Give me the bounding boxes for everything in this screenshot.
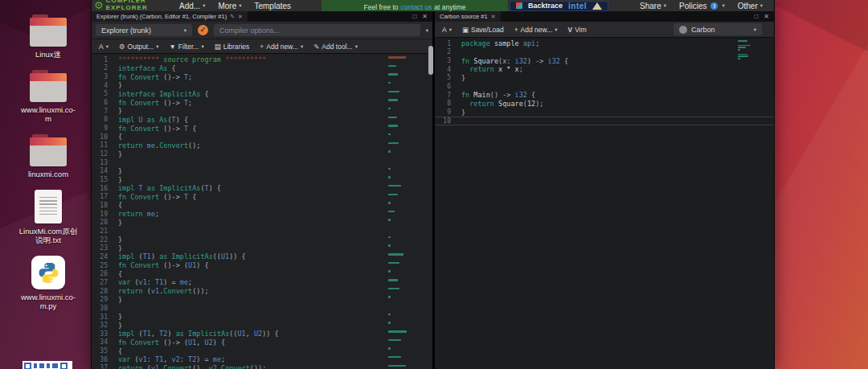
backtrace-logo-text: Backtrace (528, 2, 563, 10)
triangle-sponsor-logo-icon (592, 2, 602, 10)
desktop-icon-label: LinuxMi.com原创说明.txt (11, 227, 85, 244)
code-line: 2 (435, 48, 774, 57)
code-line: 37return (v1.Convert(), v2.Convert()); (92, 364, 432, 369)
pane-controls: □ ✕ (412, 11, 432, 22)
code-line: 24impl (T1) as ImplicitAs((U1)) { (92, 252, 432, 261)
vim-icon: V (568, 26, 573, 34)
close-icon[interactable]: ✕ (764, 13, 769, 20)
close-icon[interactable]: ✕ (422, 13, 428, 20)
add-tool-button[interactable]: ✎ Add tool...▾ (309, 43, 362, 51)
code-line: 19return me; (92, 210, 432, 219)
code-line: 8impl U as As(T) { (92, 116, 432, 125)
chevron-down-icon: ▾ (355, 43, 358, 50)
sponsor-logos[interactable]: Backtrace intel (510, 1, 608, 11)
code-line: 4} (92, 81, 432, 90)
chevron-down-icon: ▾ (449, 27, 452, 33)
filter-button[interactable]: ▼ Filter...▾ (164, 43, 208, 51)
intel-logo-text: intel (568, 2, 587, 10)
menu-templates[interactable]: Templates (248, 2, 297, 10)
code-line: 18{ (92, 201, 432, 210)
chevron-down-icon: ▾ (760, 2, 763, 9)
chevron-down-icon: ▾ (203, 2, 205, 9)
code-line: 9} (435, 108, 774, 117)
chevron-down-icon: ▾ (555, 27, 557, 33)
libraries-button[interactable]: ▤ Libraries (210, 43, 255, 51)
code-line: 11return me.Convert(); (92, 141, 432, 150)
qr-bits (34, 363, 37, 368)
code-line: 27var (v1: T1) = me; (92, 278, 432, 287)
tab-carbon-source[interactable]: Carbon source #1 ✕ (435, 11, 501, 22)
code-line: 23} (92, 244, 432, 252)
close-icon[interactable]: ✕ (238, 14, 243, 20)
scrollbar-thumb[interactable] (428, 46, 433, 75)
code-line: 30 (92, 304, 432, 313)
menu-share[interactable]: Share▾ (633, 2, 673, 10)
folder-icon (30, 14, 67, 47)
qr-bits (52, 363, 58, 368)
text-file-icon (35, 190, 62, 223)
desktop-icon-label: www.linuxmi.co-m.py (11, 293, 85, 310)
add-new-button[interactable]: + Add new...▾ (255, 43, 308, 51)
logo-line2: EXPLORER (106, 4, 148, 11)
language-select[interactable]: Carbon ▾ (674, 23, 762, 35)
font-size-button[interactable]: A▾ (94, 43, 113, 51)
code-line: 8 return Square(12); (435, 100, 774, 109)
tab-explorer-trunk[interactable]: Explorer (trunk) (Carbon, Editor #1, Com… (92, 11, 248, 22)
code-lines: 1package sample api;23fn Square(x: i32) … (435, 38, 774, 125)
carbon-source-editor[interactable]: 1package sample api;23fn Square(x: i32) … (435, 38, 774, 369)
code-line: 26{ (92, 269, 432, 278)
plus-icon: + (514, 26, 518, 34)
source-editor-pane: Carbon source #1 ✕ □ ✕ A▾ ▣ Save/Load + (435, 11, 774, 369)
minimap[interactable] (738, 40, 760, 63)
source-toolbar: A▾ ▣ Save/Load + Add new...▾ V Vim (435, 22, 774, 38)
save-icon: ▣ (462, 26, 469, 34)
edit-icon[interactable]: ✎ (230, 14, 235, 20)
add-new-button[interactable]: + Add new...▾ (510, 26, 563, 34)
minimap[interactable] (388, 56, 410, 369)
folder-icon (30, 134, 67, 166)
chevron-down-icon[interactable]: ▾ (426, 27, 428, 34)
compiler-explorer-logo[interactable]: ⚙ COMPILER EXPLORER (94, 0, 173, 11)
desktop-icon-text-file-readme[interactable]: LinuxMi.com原创说明.txt (11, 190, 85, 244)
desktop-icon-folder-www-linuxmi-com[interactable]: www.linuxmi.co-m (11, 70, 85, 123)
compiler-options-input[interactable]: Compiler options... (214, 24, 420, 36)
navbar-right-menus: Share▾ Policies ! ▾ Other▾ (633, 2, 774, 10)
desktop-icon-folder-linuxmi-com[interactable]: linuxmi.com (11, 134, 85, 178)
contact-us-link[interactable]: contact us (401, 3, 432, 11)
desktop-icon-folder-linuxmi-fan[interactable]: Linux迷 (11, 14, 85, 59)
menu-other[interactable]: Other▾ (731, 2, 769, 10)
code-lines: 1********** source program **********2in… (92, 54, 432, 369)
vim-toggle[interactable]: V Vim (563, 26, 592, 34)
language-circle-icon (679, 26, 687, 34)
code-line: 33impl (T1, T2) as ImplicitAs((U1, U2)) … (92, 330, 432, 338)
code-line: 16impl T as ImplicitAs(T) { (92, 184, 432, 193)
desktop-icon-python-file[interactable]: www.linuxmi.co-m.py (11, 256, 85, 310)
menu-add[interactable]: Add...▾ (173, 2, 211, 10)
python-file-icon (31, 256, 65, 289)
chevron-down-icon: ▾ (239, 2, 241, 9)
desktop-icon-label: Linux迷 (11, 50, 85, 59)
menu-more[interactable]: More▾ (211, 2, 248, 10)
code-line: 4 return x * x; (435, 65, 774, 74)
save-load-button[interactable]: ▣ Save/Load (457, 26, 509, 34)
output-button[interactable]: ⚙ Output...▾ (114, 43, 164, 51)
chevron-down-icon: ▾ (106, 43, 108, 50)
explorer-tabbar: Explorer (trunk) (Carbon, Editor #1, Com… (92, 11, 432, 22)
compiler-select[interactable]: Explorer (trunk) ▾ (96, 24, 192, 36)
code-line: 13 (92, 158, 432, 167)
code-line: 10 (435, 117, 774, 125)
chevron-down-icon: ▾ (301, 43, 303, 50)
explorer-output-editor[interactable]: 1********** source program **********2in… (92, 54, 432, 369)
maximize-icon[interactable]: □ (754, 13, 758, 20)
desktop-icon-label: linuxmi.com (11, 170, 85, 178)
chevron-down-icon: ▾ (184, 27, 186, 34)
menu-policies[interactable]: Policies ! ▾ (673, 2, 731, 10)
desktop-icon-label: www.linuxmi.co-m (11, 105, 85, 123)
maximize-icon[interactable]: □ (412, 13, 416, 20)
font-size-button[interactable]: A▾ (437, 26, 457, 34)
qr-code (23, 361, 72, 369)
qr-finder-left (24, 363, 31, 369)
close-icon[interactable]: ✕ (491, 14, 496, 20)
code-line: 29} (92, 295, 432, 304)
gear-icon: ⚙ (119, 43, 125, 51)
